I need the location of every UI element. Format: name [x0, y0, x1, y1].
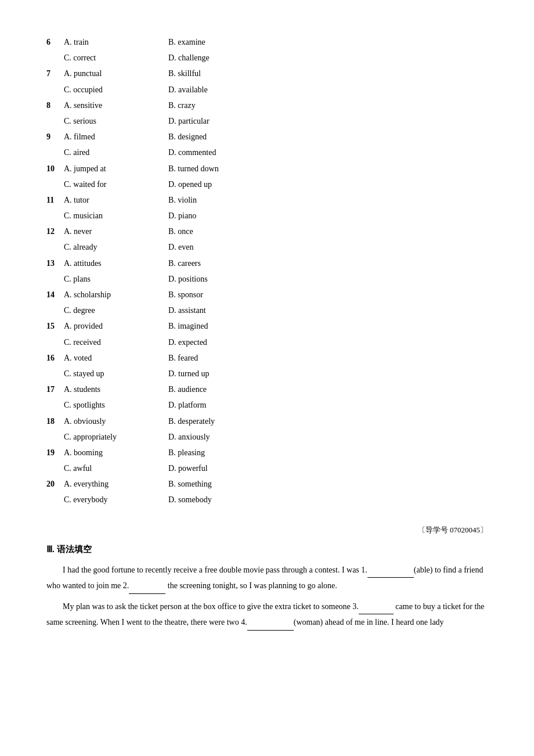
question-19: 19 A. booming B. pleasing C. awful D. po… — [46, 445, 488, 476]
question-16: 16 A. voted B. feared C. stayed up D. tu… — [46, 351, 488, 381]
q8-optD: D. particular — [168, 114, 284, 128]
q11-number: 11 — [46, 193, 64, 207]
q9-optA: A. filmed — [64, 129, 168, 144]
q17-optD: D. platform — [168, 398, 284, 412]
q6-optA: A. train — [64, 35, 168, 49]
question-20: 20 A. everything B. something C. everybo… — [46, 477, 488, 507]
q20-optC: C. everybody — [64, 492, 168, 507]
q6-number: 6 — [46, 35, 64, 49]
q18-number: 18 — [46, 414, 64, 429]
question-9: 9 A. filmed B. designed C. aired D. comm… — [46, 129, 488, 160]
q6-optC: C. correct — [64, 51, 168, 65]
q20-optD: D. somebody — [168, 492, 284, 507]
q17-number: 17 — [46, 382, 64, 397]
q8-optC: C. serious — [64, 114, 168, 128]
q15-optB: B. imagined — [168, 319, 284, 333]
q10-optB: B. turned down — [168, 161, 284, 176]
q7-optD: D. available — [168, 82, 284, 97]
q9-optD: D. commented — [168, 145, 284, 160]
question-15: 15 A. provided B. imagined C. received D… — [46, 319, 488, 349]
q13-optC: C. plans — [64, 272, 168, 286]
q19-optA: A. booming — [64, 445, 168, 460]
q13-optB: B. careers — [168, 256, 284, 271]
q18-optA: A. obviously — [64, 414, 168, 429]
q6-optB: B. examine — [168, 35, 284, 49]
q18-optC: C. appropriately — [64, 430, 168, 444]
question-10: 10 A. jumped at B. turned down C. waited… — [46, 161, 488, 192]
q12-optB: B. once — [168, 224, 284, 239]
q9-number: 9 — [46, 129, 64, 144]
q19-optD: D. powerful — [168, 461, 284, 476]
q10-optC: C. waited for — [64, 177, 168, 192]
q19-optB: B. pleasing — [168, 445, 284, 460]
q14-optB: B. sponsor — [168, 287, 284, 302]
q7-optB: B. skillful — [168, 66, 284, 81]
q17-optA: A. students — [64, 382, 168, 397]
q12-optD: D. even — [168, 240, 284, 254]
question-11: 11 A. tutor B. violin C. musician D. pia… — [46, 193, 488, 223]
q7-optA: A. punctual — [64, 66, 168, 81]
q15-optA: A. provided — [64, 319, 168, 333]
q11-optC: C. musician — [64, 208, 168, 223]
q20-optA: A. everything — [64, 477, 168, 491]
q11-optD: D. piano — [168, 208, 284, 223]
question-18: 18 A. obviously B. desperately C. approp… — [46, 414, 488, 444]
q15-number: 15 — [46, 319, 64, 333]
blank-2[interactable] — [129, 578, 165, 594]
q10-number: 10 — [46, 161, 64, 176]
question-17: 17 A. students B. audience C. spotlights… — [46, 382, 488, 412]
question-8: 8 A. sensitive B. crazy C. serious D. pa… — [46, 98, 488, 128]
q8-optA: A. sensitive — [64, 98, 168, 113]
q15-optD: D. expected — [168, 335, 284, 350]
q14-optC: C. degree — [64, 303, 168, 318]
q9-optB: B. designed — [168, 129, 284, 144]
question-14: 14 A. scholarship B. sponsor C. degree D… — [46, 287, 488, 318]
passage-paragraph-1: I had the good fortune to recently recei… — [46, 562, 488, 594]
question-6: 6 A. train B. examine C. correct D. chal… — [46, 35, 488, 65]
blank-4[interactable] — [247, 614, 294, 631]
q10-optA: A. jumped at — [64, 161, 168, 176]
blank-3[interactable] — [359, 599, 394, 615]
q19-number: 19 — [46, 445, 64, 460]
q12-optC: C. already — [64, 240, 168, 254]
q16-optD: D. turned up — [168, 366, 284, 381]
passage-paragraph-2: My plan was to ask the ticket person at … — [46, 599, 488, 631]
q17-optB: B. audience — [168, 382, 284, 397]
q12-optA: A. never — [64, 224, 168, 239]
q17-optC: C. spotlights — [64, 398, 168, 412]
q8-number: 8 — [46, 98, 64, 113]
blank-1[interactable] — [367, 562, 414, 578]
q16-number: 16 — [46, 351, 64, 365]
q7-optC: C. occupied — [64, 82, 168, 97]
q6-optD: D. challenge — [168, 51, 284, 65]
q20-optB: B. something — [168, 477, 284, 491]
guide-number: 〔导学号 07020045〕 — [46, 525, 488, 535]
q20-number: 20 — [46, 477, 64, 491]
q13-optD: D. positions — [168, 272, 284, 286]
passage: I had the good fortune to recently recei… — [46, 562, 488, 631]
q16-optC: C. stayed up — [64, 366, 168, 381]
q13-number: 13 — [46, 256, 64, 271]
q14-optD: D. assistant — [168, 303, 284, 318]
q16-optB: B. feared — [168, 351, 284, 365]
q9-optC: C. aired — [64, 145, 168, 160]
q14-number: 14 — [46, 287, 64, 302]
q10-optD: D. opened up — [168, 177, 284, 192]
q12-number: 12 — [46, 224, 64, 239]
q13-optA: A. attitudes — [64, 256, 168, 271]
q19-optC: C. awful — [64, 461, 168, 476]
q11-optA: A. tutor — [64, 193, 168, 207]
q7-number: 7 — [46, 66, 64, 81]
q15-optC: C. received — [64, 335, 168, 350]
q14-optA: A. scholarship — [64, 287, 168, 302]
question-13: 13 A. attitudes B. careers C. plans D. p… — [46, 256, 488, 286]
question-7: 7 A. punctual B. skillful C. occupied D.… — [46, 66, 488, 96]
q18-optB: B. desperately — [168, 414, 284, 429]
questions-section: 6 A. train B. examine C. correct D. chal… — [46, 35, 488, 507]
q18-optD: D. anxiously — [168, 430, 284, 444]
section-title: Ⅲ. 语法填空 — [46, 544, 488, 555]
q8-optB: B. crazy — [168, 98, 284, 113]
q16-optA: A. voted — [64, 351, 168, 365]
q11-optB: B. violin — [168, 193, 284, 207]
question-12: 12 A. never B. once C. already D. even — [46, 224, 488, 254]
